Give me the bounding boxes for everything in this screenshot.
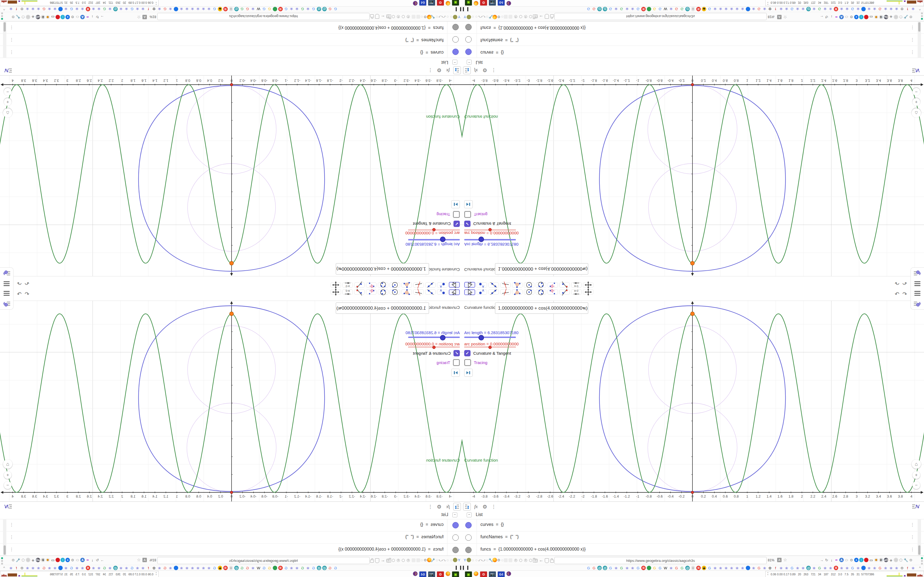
flower-icon[interactable]: ❀: [729, 6, 734, 11]
google-g-icon[interactable]: G: [245, 6, 250, 11]
wrench-icon[interactable]: 🔧: [431, 558, 435, 562]
monitor-app-icon[interactable]: 📷: [489, 0, 496, 6]
flower-icon[interactable]: ❀: [25, 6, 30, 11]
flower-icon[interactable]: ❀: [119, 6, 123, 11]
flower-icon[interactable]: ❀: [779, 566, 783, 571]
circle-tool-icon[interactable]: [390, 282, 400, 288]
visibility-marble-icon[interactable]: [465, 36, 472, 43]
gear-icon[interactable]: ⚙: [849, 558, 854, 562]
google-g-icon[interactable]: G: [586, 566, 591, 571]
ellipse-tool-icon[interactable]: [378, 282, 388, 288]
shield-gray-icon[interactable]: ◈: [889, 15, 893, 19]
chevron-down-icon[interactable]: ▼: [582, 267, 585, 271]
firefox-icon[interactable]: [493, 15, 497, 19]
wikipedia-icon[interactable]: W: [256, 6, 261, 11]
graphics-view[interactable]: -4-3.8-3.6-3.4-3.2-3-2.8-2.6-2.4-2.2-2-1…: [0, 76, 462, 276]
zoom-in-button[interactable]: +: [4, 98, 11, 106]
google-g-icon[interactable]: G: [328, 566, 332, 571]
package-app-icon[interactable]: ⚙: [480, 571, 487, 577]
row-menu-icon[interactable]: ⋮: [910, 534, 915, 540]
algebra-row-curves[interactable]: curves = {}⋮: [0, 519, 462, 531]
google-g-icon[interactable]: G: [658, 6, 662, 11]
indicator-icon[interactable]: [529, 559, 532, 562]
flower-icon[interactable]: ❀: [157, 566, 162, 571]
empty-slot[interactable]: [509, 558, 512, 562]
line-tool-icon[interactable]: [488, 289, 499, 295]
yandex-icon[interactable]: Я: [223, 7, 228, 11]
flower-icon[interactable]: ❀: [823, 6, 827, 11]
angle-tool-icon[interactable]: α: [366, 289, 376, 295]
download-icon[interactable]: ↓: [829, 15, 834, 19]
flower-icon[interactable]: ❀: [157, 6, 162, 11]
gear-icon[interactable]: ⚙: [482, 67, 487, 74]
home-button[interactable]: ⌂: [912, 108, 921, 118]
octopus-icon[interactable]: [273, 7, 277, 11]
visibility-marble-icon[interactable]: [465, 48, 472, 55]
flower-icon[interactable]: ❀: [839, 6, 844, 11]
flower-icon[interactable]: ❀: [31, 6, 35, 11]
algebra-panel-icon[interactable]: [4, 67, 12, 74]
bookmark-flag-icon[interactable]: Y: [457, 558, 461, 562]
bookmarks-overflow-icon[interactable]: ^: [3, 7, 5, 11]
algebra-row-funcs[interactable]: funcs = {1.000000000000 + cos(4.00000000…: [0, 544, 462, 556]
google-g-icon[interactable]: G: [586, 6, 591, 11]
firefox-icon[interactable]: [427, 15, 431, 19]
info-icon[interactable]: i: [229, 566, 233, 570]
google-g-icon[interactable]: G: [652, 6, 657, 11]
forward-arrow-icon[interactable]: →: [100, 558, 105, 562]
flower-icon[interactable]: ❀: [740, 6, 745, 11]
terminal-app-icon[interactable]: ▣: [452, 571, 459, 577]
translate-icon[interactable]: A: [777, 15, 782, 19]
flower-icon[interactable]: ❀: [64, 566, 68, 571]
gear-outline-icon[interactable]: ⚙: [11, 15, 15, 19]
graphics-stylebar-toggle-icon[interactable]: [913, 269, 922, 276]
google-g-icon[interactable]: G: [619, 6, 624, 11]
arc-position-slider[interactable]: [408, 347, 460, 347]
google-g-icon[interactable]: G: [69, 566, 74, 571]
zoom-out-button[interactable]: −: [4, 481, 11, 489]
indicator-icon[interactable]: [402, 559, 405, 562]
globe-teal-icon[interactable]: @: [806, 566, 811, 570]
folder-icon[interactable]: [386, 559, 391, 562]
sort-order-icon[interactable]: [453, 503, 461, 511]
google-g-icon[interactable]: G: [878, 566, 882, 571]
globe-teal-icon[interactable]: @: [603, 7, 607, 11]
google-g-icon[interactable]: G: [592, 6, 596, 11]
flower-icon[interactable]: ❀: [729, 566, 734, 571]
flower-icon[interactable]: ❀: [718, 566, 723, 571]
collapse-icon[interactable]: −: [467, 513, 472, 517]
flower-dark-icon[interactable]: ✿: [152, 566, 156, 571]
flower-icon[interactable]: ❀: [713, 6, 717, 11]
function-input[interactable]: 1.000000000000 + cos(4.000000000000 x) ▼: [495, 263, 588, 274]
wrench-icon[interactable]: 🔧: [431, 15, 435, 19]
globe-teal-icon[interactable]: @: [234, 566, 239, 570]
function-input[interactable]: 1.000000000000 + cos(4.000000000000 x) ▼: [336, 303, 429, 314]
move-tool-icon[interactable]: [464, 282, 475, 288]
reflect-tool-icon[interactable]: [559, 289, 570, 295]
perpendicular-line-tool-icon[interactable]: [414, 289, 424, 295]
flower-icon[interactable]: ❀: [207, 566, 211, 571]
flower-icon[interactable]: ❀: [201, 6, 206, 11]
perpendicular-line-tool-icon[interactable]: [500, 282, 510, 288]
flower-icon[interactable]: ❀: [306, 6, 310, 11]
flower-icon[interactable]: ❀: [713, 566, 717, 571]
f-logo-icon[interactable]: f: [773, 566, 778, 571]
flower-icon[interactable]: ❀: [289, 6, 294, 11]
arc-position-slider[interactable]: [464, 347, 516, 347]
globe-icon[interactable]: ◌: [475, 15, 478, 19]
gear-icon[interactable]: ⚙: [437, 67, 441, 74]
image-site-icon[interactable]: ⛰: [218, 7, 222, 11]
indicator-icon[interactable]: [519, 559, 522, 562]
visibility-marble-icon[interactable]: [452, 547, 459, 553]
flower-icon[interactable]: ❀: [9, 566, 13, 571]
visibility-marble-icon[interactable]: [452, 522, 459, 529]
history-arc-icon[interactable]: ⤺: [442, 15, 446, 19]
ice-red-icon[interactable]: [864, 15, 869, 19]
google-g-icon[interactable]: G: [311, 6, 316, 11]
f-logo-icon[interactable]: f: [905, 566, 910, 571]
curvature-tangent-checkbox[interactable]: ✓: [454, 221, 460, 227]
google-g-icon[interactable]: G: [333, 6, 338, 11]
ellipse-tool-icon[interactable]: [536, 282, 546, 288]
address-bar[interactable]: https://www.geogebra.org/classic/aagcxh3…: [554, 557, 767, 564]
bookmark-star-icon[interactable]: ☆: [783, 15, 787, 20]
